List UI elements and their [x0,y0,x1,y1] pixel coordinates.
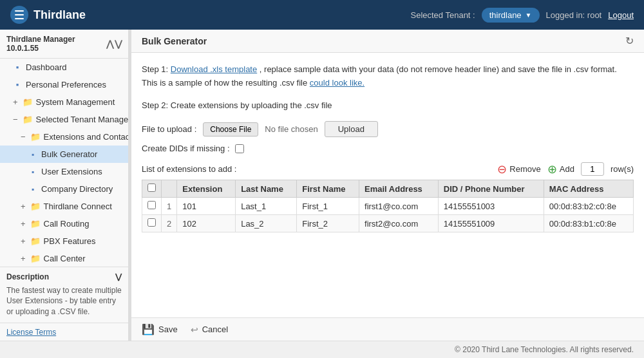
sidebar-description: Description ⋁ The fastest way to create … [0,267,128,323]
upload-button[interactable]: Upload [325,121,378,137]
file-upload-label: File to upload : [142,124,196,134]
row-checkbox-cell [142,215,162,232]
no-file-chosen-label: No file chosen [265,124,317,134]
list-actions: ⊖ Remove ⊕ Add 1 row(s) [497,162,634,176]
row-checkbox-cell [142,198,162,215]
step2: Step 2: Create extensions by uploading t… [142,99,634,113]
copyright-text: © 2020 Third Lane Technologies. All righ… [455,345,634,354]
menu-icon[interactable] [10,6,28,24]
plus-icon: + [21,202,26,211]
page-title: Bulk Generator [142,36,207,46]
description-text: The fastest way to create multiple User … [6,285,122,317]
minus-icon: − [21,132,26,142]
sidebar-item-label: Company Directory [41,184,113,194]
sidebar-item-label: Call Center [44,254,86,263]
save-icon: 💾 [142,323,155,335]
content-body: Step 1: Download .xls template , replace… [131,53,644,317]
description-title: Description [6,272,49,281]
sidebar-item-label: Bulk Generator [41,149,97,159]
page-footer: © 2020 Third Lane Technologies. All righ… [0,341,644,358]
header-logo: Thirdlane [10,6,410,24]
row-email: first1@co.com [359,198,439,215]
refresh-button[interactable]: ↻ [625,35,634,47]
sidebar-license: License Terms [0,323,128,341]
page-icon: ▪ [28,150,37,159]
row-did: 14155551009 [438,215,544,232]
add-icon: ⊕ [547,164,557,175]
logout-button[interactable]: Logout [608,10,634,20]
remove-button[interactable]: ⊖ Remove [497,164,540,175]
description-header: Description ⋁ [6,272,122,281]
rows-label: row(s) [611,164,634,174]
create-dids-checkbox[interactable] [235,144,244,153]
row-did: 14155551003 [438,198,544,215]
logged-in-text: Logged in: root [546,10,602,20]
folder-icon: 📁 [31,202,40,211]
sidebar-item-company-directory[interactable]: ▪ Company Directory [0,180,128,198]
step1: Step 1: Download .xls template , replace… [142,63,634,90]
col-header-check [142,180,162,198]
sidebar-item-personal-prefs[interactable]: ▪ Personal Preferences [0,76,128,93]
plus-icon: + [21,219,26,229]
expand-all-icon[interactable]: ⋁ [115,39,122,49]
row-email: first2@co.com [359,215,439,232]
select-all-checkbox[interactable] [147,184,156,192]
plus-icon: + [21,236,26,246]
tenant-selector[interactable]: thirdlane ▼ [482,8,540,23]
col-header-did: DID / Phone Number [438,180,544,198]
prefs-icon: ▪ [13,80,22,90]
sidebar-item-dashboard[interactable]: ▪ Dashboard [0,59,128,76]
sidebar-item-label: Extensions and Contacts [44,132,128,142]
add-label: Add [560,164,574,174]
sidebar-item-thirdlane-connect[interactable]: + 📁 Thirdlane Connect [0,198,128,215]
sidebar-item-selected-tenant-mgmt[interactable]: − 📁 Selected Tenant Management [0,111,128,128]
download-template-link[interactable]: Download .xls template [171,64,257,74]
sidebar-item-extensions-contacts[interactable]: − 📁 Extensions and Contacts [0,128,128,146]
license-terms-link[interactable]: License Terms [6,328,56,337]
sidebar-item-bulk-generator[interactable]: ▪ Bulk Generator [0,146,128,163]
row-last-name: Las_2 [236,215,297,232]
col-header-last-name: Last Name [236,180,297,198]
collapse-all-icon[interactable]: ⋀ [106,39,113,49]
cancel-icon: ↩ [191,325,198,335]
row-checkbox[interactable] [147,201,156,209]
row-number: 1 [162,198,177,215]
remove-icon: ⊖ [497,164,507,175]
tenant-label: Selected Tenant : [410,10,475,20]
list-header: List of extensions to add : ⊖ Remove ⊕ A… [142,162,634,176]
add-button[interactable]: ⊕ Add [547,164,574,175]
folder-icon: 📁 [31,133,40,142]
page-icon: ▪ [28,167,37,176]
row-extension: 101 [177,198,236,215]
col-header-first-name: First Name [297,180,359,198]
sidebar-item-label: Personal Preferences [26,80,106,90]
content-footer: 💾 Save ↩ Cancel [131,317,644,341]
save-label: Save [158,325,178,334]
sidebar-item-user-extensions[interactable]: ▪ User Extensions [0,163,128,180]
sidebar-collapse-controls: ⋀ ⋁ [106,39,122,49]
choose-file-button[interactable]: Choose File [203,122,258,137]
cancel-button[interactable]: ↩ Cancel [191,325,228,335]
col-header-mac: MAC Address [544,180,633,198]
step2-text: Step 2: Create extensions by uploading t… [142,100,332,110]
col-header-email: Email Address [359,180,439,198]
sidebar-item-system-mgmt[interactable]: + 📁 System Management [0,93,128,111]
sidebar-item-label: Dashboard [26,62,67,72]
sidebar-item-call-routing[interactable]: + 📁 Call Routing [0,215,128,232]
folder-icon: 📁 [23,115,32,124]
sidebar-item-label: Thirdlane Connect [44,202,112,211]
content-header: Bulk Generator ↻ [131,30,644,53]
chevron-down-icon[interactable]: ⋁ [115,272,122,281]
dashboard-icon: ▪ [13,63,22,72]
rows-count-input[interactable]: 1 [581,162,604,176]
folder-icon: 📁 [31,254,40,263]
save-button[interactable]: 💾 Save [142,323,178,335]
file-upload-row: File to upload : Choose File No file cho… [142,121,634,137]
header-right: Selected Tenant : thirdlane ▼ Logged in:… [410,8,634,23]
sample-look-link[interactable]: could look like. [310,78,365,88]
row-checkbox[interactable] [147,218,156,227]
sidebar-item-pbx-features[interactable]: + 📁 PBX Features [0,232,128,250]
sidebar-item-call-center[interactable]: + 📁 Call Center [0,250,128,267]
folder-icon: 📁 [31,237,40,246]
table-row: 2 102 Las_2 First_2 first2@co.com 141555… [142,215,634,232]
